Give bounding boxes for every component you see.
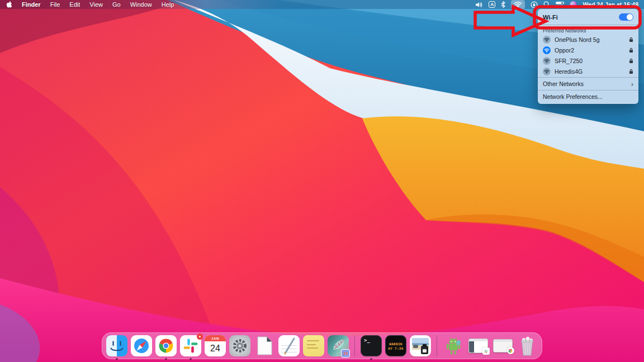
menu-file[interactable]: File bbox=[50, 1, 60, 8]
wifi-icon[interactable] bbox=[511, 0, 525, 9]
trash-full-icon bbox=[517, 335, 538, 356]
dock-slack[interactable] bbox=[180, 335, 201, 356]
notes-icon bbox=[278, 335, 300, 356]
wifi-signal-icon bbox=[543, 57, 551, 65]
dock-minimized-chrome-window[interactable] bbox=[492, 335, 513, 356]
pen-icon bbox=[278, 335, 300, 356]
dock-system-preferences[interactable] bbox=[229, 335, 250, 356]
network-name: OnePlus Nord 5g bbox=[555, 36, 600, 43]
volume-icon[interactable] bbox=[475, 2, 483, 8]
spotlight-icon[interactable] bbox=[543, 1, 550, 8]
led-line-1: WARNIN bbox=[389, 342, 402, 346]
dock-stickies[interactable] bbox=[303, 335, 324, 356]
network-row-oneplus[interactable]: OnePlus Nord 5g bbox=[538, 34, 638, 45]
menu-bar-left: Finder File Edit View Go Window Help bbox=[6, 1, 174, 8]
network-name: Heredis4G bbox=[555, 68, 583, 75]
dock-calendar[interactable]: JAN 24 bbox=[205, 335, 226, 356]
heredis-icon: 24 bbox=[328, 335, 349, 356]
other-networks-item[interactable]: Other Networks › bbox=[538, 78, 638, 89]
bluetooth-icon[interactable] bbox=[501, 1, 505, 8]
menu-separator bbox=[538, 90, 638, 90]
apple-menu-icon[interactable] bbox=[6, 1, 12, 8]
control-center-icon[interactable] bbox=[556, 2, 564, 8]
wifi-toggle-row: Wi-Fi bbox=[538, 10, 638, 24]
network-row-heredis[interactable]: Heredis4G bbox=[538, 66, 638, 77]
preview-icon bbox=[410, 335, 431, 356]
inkwell-icon bbox=[421, 346, 428, 354]
dock-libreoffice[interactable] bbox=[254, 335, 275, 356]
menu-window[interactable]: Window bbox=[130, 1, 152, 8]
dock-led-clock-app[interactable]: WARNIN AY 7:36 bbox=[385, 335, 406, 356]
other-networks-label: Other Networks bbox=[543, 80, 584, 87]
running-indicator bbox=[116, 358, 118, 360]
android-robot-icon bbox=[443, 335, 464, 356]
wifi-toggle[interactable] bbox=[619, 13, 633, 21]
dock-divider bbox=[354, 335, 355, 356]
menu-bar-clock[interactable]: Wed 24 Jan at 16:48 bbox=[583, 1, 638, 8]
calendar-day: 24 bbox=[205, 341, 226, 356]
dock-minimized-slack-window[interactable] bbox=[467, 335, 489, 356]
network-name: SFR_7250 bbox=[555, 58, 583, 64]
dock-heredis[interactable]: 24 bbox=[328, 335, 349, 356]
menu-go[interactable]: Go bbox=[112, 1, 121, 8]
dock-terminal[interactable]: >_ bbox=[361, 335, 382, 356]
chevron-right-icon: › bbox=[631, 80, 633, 88]
running-indicator bbox=[165, 358, 167, 360]
network-name: Oppor2 bbox=[555, 47, 574, 54]
chrome-badge-icon bbox=[507, 347, 514, 354]
siri-icon[interactable] bbox=[570, 1, 577, 8]
lock-icon bbox=[629, 69, 633, 74]
stickies-icon bbox=[303, 335, 324, 356]
desktop: Finder File Edit View Go Window Help A bbox=[0, 0, 644, 362]
heredis-version-badge: 24 bbox=[341, 349, 350, 358]
input-source-icon[interactable]: A bbox=[489, 1, 495, 8]
running-indicator bbox=[371, 358, 372, 360]
dock-preview[interactable] bbox=[410, 335, 431, 356]
libreoffice-icon bbox=[254, 335, 275, 356]
terminal-prompt: >_ bbox=[364, 337, 370, 343]
wifi-signal-icon bbox=[543, 68, 551, 75]
slack-window-thumbnail bbox=[468, 339, 488, 353]
safari-icon bbox=[131, 335, 152, 356]
menu-separator bbox=[538, 77, 638, 78]
dock-chrome[interactable] bbox=[155, 335, 177, 356]
dock-trash[interactable] bbox=[517, 335, 538, 356]
dock-finder[interactable] bbox=[106, 335, 127, 356]
lock-circle-icon[interactable] bbox=[531, 1, 538, 8]
network-preferences-label: Network Preferences... bbox=[543, 93, 603, 100]
menu-view[interactable]: View bbox=[89, 1, 103, 8]
network-row-sfr[interactable]: SFR_7250 bbox=[538, 55, 638, 66]
dock-android-file-transfer[interactable] bbox=[443, 335, 464, 356]
dock-safari[interactable] bbox=[131, 335, 152, 356]
menu-bar: Finder File Edit View Go Window Help A bbox=[0, 0, 644, 9]
network-row-oppor2[interactable]: Oppor2 bbox=[538, 45, 638, 55]
calendar-icon: JAN 24 bbox=[205, 335, 226, 356]
chrome-window-thumbnail bbox=[493, 339, 513, 353]
preferred-networks-header: Preferred Networks bbox=[538, 26, 638, 34]
chrome-icon bbox=[155, 335, 177, 356]
wifi-signal-icon-connected bbox=[543, 46, 551, 54]
menu-edit[interactable]: Edit bbox=[69, 1, 80, 8]
led-clock-icon: WARNIN AY 7:36 bbox=[385, 335, 406, 356]
lock-icon bbox=[629, 58, 633, 64]
dock: JAN 24 bbox=[102, 332, 542, 359]
slack-notification-badge bbox=[197, 334, 203, 340]
wifi-menu: Wi-Fi Preferred Networks OnePlus Nord 5g… bbox=[538, 9, 638, 104]
dock-notes[interactable] bbox=[278, 335, 300, 356]
dock-divider bbox=[437, 335, 437, 356]
menu-bar-status: A bbox=[475, 0, 638, 9]
lock-icon bbox=[629, 37, 633, 42]
active-app-name[interactable]: Finder bbox=[22, 1, 41, 8]
led-line-2: AY 7:36 bbox=[388, 346, 403, 350]
slack-badge-icon bbox=[482, 347, 490, 355]
finder-icon bbox=[106, 335, 127, 356]
menu-help[interactable]: Help bbox=[162, 1, 174, 8]
gear-icon bbox=[229, 335, 250, 356]
wifi-signal-icon bbox=[543, 36, 551, 44]
network-preferences-item[interactable]: Network Preferences... bbox=[538, 91, 638, 102]
terminal-icon: >_ bbox=[361, 335, 382, 356]
wifi-menu-title: Wi-Fi bbox=[543, 14, 558, 21]
running-indicator bbox=[190, 358, 192, 360]
input-source-letter: A bbox=[490, 2, 494, 7]
menu-separator bbox=[538, 25, 638, 25]
